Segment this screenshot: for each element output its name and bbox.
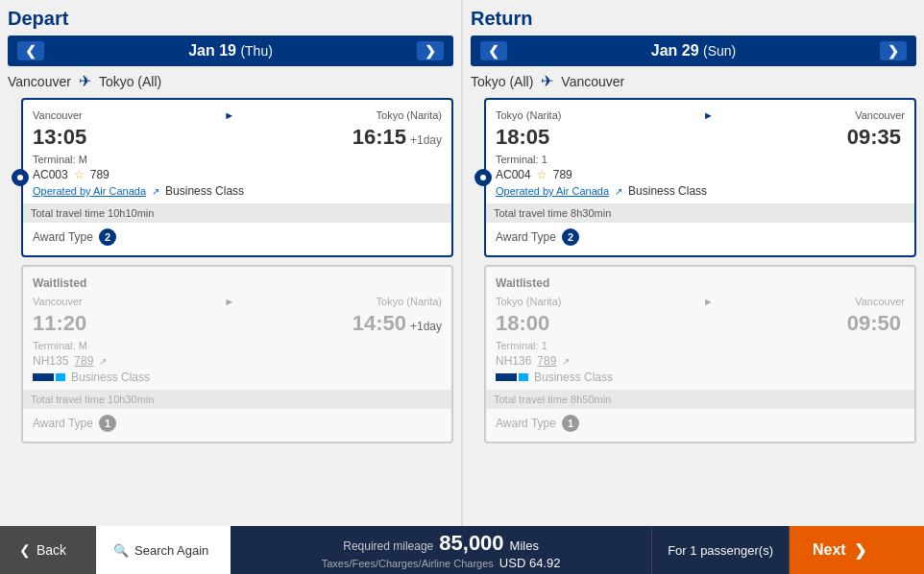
mileage-unit: Miles [510, 538, 539, 553]
depart-wl-ana-logo [33, 373, 65, 381]
return-wl-award-badge: 1 [562, 415, 579, 432]
required-mileage-label: Required mileage [343, 539, 433, 553]
back-button[interactable]: ❮ Back [0, 526, 96, 574]
depart-route-arrow: ✈ [79, 72, 91, 90]
depart-wl-aircraft-link[interactable]: 789 [74, 354, 93, 368]
main-container: Depart ❮ Jan 19 (Thu) ❯ Vancouver ✈ Toky… [0, 0, 924, 574]
next-label: Next [813, 541, 846, 559]
depart-wl-travel-time: Total travel time 10h30min [23, 390, 451, 409]
return-times-row: 18:05 09:35 [496, 125, 905, 150]
return-ext-icon: ↗ [615, 186, 622, 197]
depart-wl-cities: Vancouver ► Tokyo (Narita) [33, 296, 442, 307]
depart-date-nav: ❮ Jan 19 (Thu) ❯ [8, 36, 453, 66]
depart-selected-flight-card[interactable]: Vancouver ► Tokyo (Narita) 13:05 16:15 +… [21, 98, 453, 257]
depart-aircraft: 789 [90, 168, 109, 181]
return-selected-radio [474, 169, 492, 186]
depart-wl-award-type-row: Award Type 1 [33, 415, 442, 432]
depart-terminal: Terminal: M [33, 154, 442, 165]
depart-flight-cities: Vancouver ► Tokyo (Narita) [33, 109, 442, 121]
return-wl-city-arrow: ► [703, 296, 714, 307]
next-button[interactable]: Next ❯ [790, 526, 924, 574]
return-award-type-row: Award Type 2 [496, 228, 905, 246]
taxes-label: Taxes/Fees/Charges/Airline Charges [322, 558, 494, 569]
search-icon: 🔍 [113, 543, 129, 558]
return-destination: Vancouver [561, 74, 624, 89]
return-next-date-btn[interactable]: ❯ [880, 41, 907, 60]
depart-flight-number: AC003 [33, 168, 68, 181]
return-star-icon: ☆ [537, 168, 547, 181]
return-from-city: Tokyo (Narita) [496, 109, 561, 121]
passenger-info: For 1 passenger(s) [651, 526, 790, 574]
passenger-label: For 1 passenger(s) [668, 543, 773, 558]
return-wl-travel-time: Total travel time 8h50min [486, 390, 914, 409]
return-award-type-label: Award Type [496, 230, 556, 244]
return-selected-flight-card[interactable]: Tokyo (Narita) ► Vancouver 18:05 09:35 T… [484, 98, 916, 257]
mileage-value: 85,000 [439, 531, 503, 556]
depart-wl-flight-info: NH135 789 ↗ [33, 354, 442, 368]
return-wl-award-type-label: Award Type [496, 417, 556, 430]
depart-award-type-row: Award Type 2 [33, 228, 442, 246]
return-wl-to-city: Vancouver [855, 296, 905, 307]
depart-from-city: Vancouver [33, 109, 83, 121]
depart-column: Depart ❮ Jan 19 (Thu) ❯ Vancouver ✈ Toky… [0, 0, 461, 526]
return-wl-aircraft-link[interactable]: 789 [537, 354, 556, 368]
next-chevron-icon: ❯ [854, 541, 866, 560]
depart-wl-from-city: Vancouver [33, 296, 83, 307]
depart-flight-info: AC003 ☆ 789 [33, 168, 442, 181]
depart-route-bar: Vancouver ✈ Tokyo (All) [8, 72, 453, 90]
return-arrive-time: 09:35 [847, 125, 901, 150]
columns: Depart ❮ Jan 19 (Thu) ❯ Vancouver ✈ Toky… [0, 0, 924, 526]
bottom-bar: ❮ Back 🔍 Search Again Required mileage 8… [0, 526, 924, 574]
depart-ext-icon: ↗ [152, 186, 159, 197]
depart-next-date-btn[interactable]: ❯ [417, 41, 444, 60]
return-waitlisted-flight-card[interactable]: Waitlisted Tokyo (Narita) ► Vancouver 18… [484, 265, 916, 443]
return-wl-terminal: Terminal: 1 [496, 340, 905, 351]
return-flight-number: AC004 [496, 168, 531, 181]
depart-header: Depart [8, 8, 453, 30]
depart-star-icon: ☆ [74, 168, 85, 181]
depart-origin: Vancouver [8, 74, 71, 89]
return-prev-date-btn[interactable]: ❮ [480, 41, 507, 60]
depart-wl-cabin: Business Class [71, 371, 150, 384]
return-operated-link[interactable]: Operated by Air Canada [496, 185, 609, 197]
return-wl-ext-icon: ↗ [562, 356, 570, 367]
return-wl-from-city: Tokyo (Narita) [496, 296, 561, 307]
depart-date-label: Jan 19 (Thu) [188, 42, 273, 60]
depart-cabin: Business Class [165, 184, 244, 198]
return-column: Return ❮ Jan 29 (Sun) ❯ Tokyo (All) ✈ Va… [463, 0, 924, 526]
return-to-city: Vancouver [855, 109, 905, 121]
depart-travel-time: Total travel time 10h10min [23, 203, 451, 223]
return-flight-cities: Tokyo (Narita) ► Vancouver [496, 109, 905, 121]
return-wl-airline-row: Business Class [496, 371, 905, 384]
depart-award-badge: 2 [99, 228, 116, 246]
depart-destination: Tokyo (All) [99, 74, 161, 89]
depart-waitlisted-flight-card[interactable]: Waitlisted Vancouver ► Tokyo (Narita) 11… [21, 265, 453, 443]
return-city-arrow: ► [703, 109, 714, 121]
return-wl-flight-info: NH136 789 ↗ [496, 354, 905, 368]
search-again-button[interactable]: 🔍 Search Again [96, 526, 231, 574]
depart-selected-radio [12, 169, 29, 186]
depart-operated-link[interactable]: Operated by Air Canada [33, 185, 146, 197]
mileage-info: Required mileage 85,000 Miles Taxes/Fees… [231, 531, 651, 570]
return-wl-flight-number: NH136 [496, 354, 531, 368]
depart-award-type-label: Award Type [33, 230, 93, 244]
return-origin: Tokyo (All) [471, 74, 533, 89]
return-depart-time: 18:05 [496, 125, 549, 150]
return-flight-info: AC004 ☆ 789 [496, 168, 905, 181]
depart-prev-date-btn[interactable]: ❮ [17, 41, 44, 60]
depart-wl-airline-row: Business Class [33, 371, 442, 384]
return-header: Return [471, 8, 916, 30]
depart-wl-award-badge: 1 [99, 415, 116, 432]
taxes-value: USD 64.92 [499, 556, 561, 570]
back-chevron-icon: ❮ [19, 542, 31, 558]
depart-arrive-modifier: +1day [410, 133, 442, 147]
return-operated-row: Operated by Air Canada ↗ Business Class [496, 184, 905, 198]
back-label: Back [36, 542, 66, 558]
depart-city-arrow: ► [224, 109, 234, 121]
depart-waitlisted-label: Waitlisted [33, 276, 442, 290]
depart-wl-arrive-time: 14:50 [353, 311, 406, 336]
depart-wl-ext-icon: ↗ [99, 356, 107, 367]
return-aircraft: 789 [553, 168, 572, 181]
depart-depart-time: 13:05 [33, 125, 86, 150]
return-travel-time: Total travel time 8h30min [486, 203, 914, 223]
